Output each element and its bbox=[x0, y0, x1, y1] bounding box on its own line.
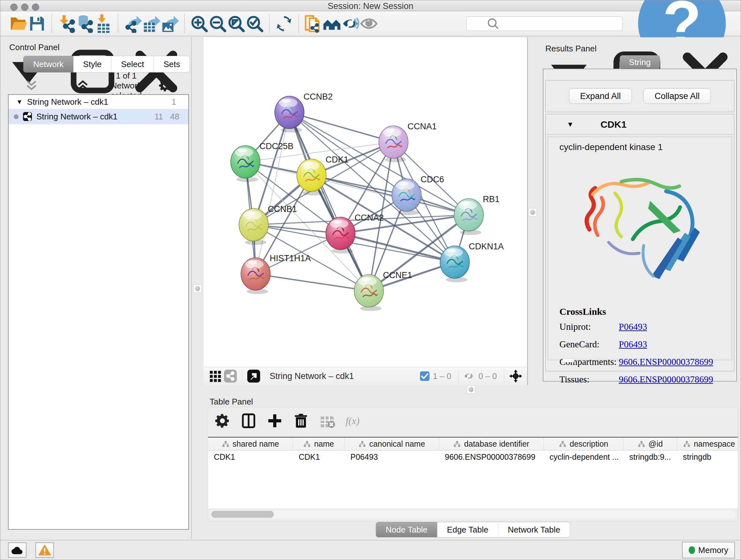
node-ccne1[interactable] bbox=[354, 274, 384, 311]
collapse-all-button[interactable]: Collapse All bbox=[643, 88, 711, 104]
results-hscroll-thumb[interactable] bbox=[562, 359, 574, 362]
tab-node-table[interactable]: Node Table bbox=[376, 522, 437, 537]
table-cell[interactable]: 9606.ENSP00000378699 bbox=[439, 450, 544, 464]
network-row-selected[interactable]: String Network – cdk1 11 48 bbox=[9, 109, 188, 124]
table-cell[interactable]: stringdb:9... bbox=[623, 450, 677, 464]
delete-column-button[interactable] bbox=[292, 412, 310, 429]
tab-network-table[interactable]: Network Table bbox=[498, 522, 570, 537]
column-header-database-identifier[interactable]: database identifier bbox=[439, 438, 544, 450]
node-ccna2[interactable] bbox=[326, 217, 355, 253]
zoom-selected-button[interactable] bbox=[246, 14, 264, 33]
edge-ccne1-hist1h1a[interactable] bbox=[256, 274, 369, 291]
warnings-button[interactable] bbox=[36, 543, 54, 558]
table-panel-title: Table Panel bbox=[210, 397, 253, 407]
node-table[interactable]: shared namenamecanonical namedatabase id… bbox=[208, 437, 738, 508]
zoom-fit-button[interactable] bbox=[227, 14, 246, 33]
column-header-shared-name[interactable]: shared name bbox=[208, 438, 293, 450]
crosslink-link[interactable]: P06493 bbox=[619, 321, 647, 332]
bird-eye-toggle-button[interactable] bbox=[360, 14, 378, 33]
network-canvas[interactable]: CCNB2CCNA1CDC25BCDK1CDC6RB1CCNB1CCNA2CDK… bbox=[204, 37, 528, 367]
entry-header[interactable]: ▼ CDK1 bbox=[546, 114, 734, 135]
table-cell[interactable]: P06493 bbox=[345, 450, 439, 464]
import-network-file-button[interactable] bbox=[57, 14, 76, 33]
node-hist1h1a[interactable] bbox=[241, 258, 270, 294]
table-row[interactable]: CDK1CDK1P064939606.ENSP00000378699cyclin… bbox=[208, 450, 738, 464]
table-cell[interactable]: cyclin-dependent ... bbox=[544, 450, 623, 464]
export-table-button[interactable] bbox=[142, 14, 160, 33]
table-hscroll-thumb[interactable] bbox=[211, 511, 274, 518]
right-splitter-handle[interactable] bbox=[529, 208, 537, 216]
network-grid-mode-button[interactable] bbox=[207, 369, 223, 383]
export-network-button[interactable] bbox=[124, 14, 142, 33]
collapse-all-networks-button[interactable] bbox=[8, 78, 55, 93]
selected-checkbox-icon[interactable] bbox=[420, 371, 429, 381]
left-splitter-handle[interactable] bbox=[193, 285, 202, 293]
node-ccnb1[interactable] bbox=[239, 208, 268, 245]
external-arrow-icon bbox=[246, 369, 261, 383]
bottom-splitter-handle[interactable] bbox=[467, 385, 475, 394]
tab-sets[interactable]: Sets bbox=[154, 56, 190, 72]
node-ccna1[interactable] bbox=[379, 126, 408, 162]
crosslink-link[interactable]: P06493 bbox=[619, 339, 647, 349]
network-options-gear-button[interactable] bbox=[142, 78, 189, 93]
node-rb1[interactable] bbox=[454, 199, 483, 235]
crosslink-link[interactable]: 9606.ENSP00000378699 bbox=[619, 374, 713, 384]
network-collection-row[interactable]: ▼ String Network – cdk1 1 bbox=[9, 95, 188, 109]
edge-ccne1-ccnb2[interactable] bbox=[289, 112, 369, 291]
node-cdc25b[interactable] bbox=[231, 145, 260, 182]
tab-string[interactable]: String bbox=[620, 55, 660, 69]
save-session-button[interactable] bbox=[28, 14, 46, 33]
string-network-graph[interactable]: CCNB2CCNA1CDC25BCDK1CDC6RB1CCNB1CCNA2CDK… bbox=[204, 37, 527, 366]
crosslink-row: Tissues:9606.ENSP00000378699 bbox=[559, 374, 713, 385]
edge-cdk1-rb1[interactable] bbox=[312, 175, 469, 215]
crosslink-row: GeneCard:P06493 bbox=[559, 339, 713, 350]
create-column-button[interactable] bbox=[266, 412, 283, 429]
table-cell[interactable]: stringdb bbox=[677, 450, 738, 464]
tab-style[interactable]: Style bbox=[73, 56, 111, 72]
expand-all-networks-button[interactable] bbox=[59, 78, 106, 93]
column-header-@id[interactable]: @id bbox=[623, 438, 677, 450]
houses-icon bbox=[323, 14, 341, 33]
network-share-button[interactable] bbox=[223, 369, 238, 383]
delete-table-button[interactable] bbox=[319, 412, 336, 429]
hidden-eye-slash-icon[interactable] bbox=[462, 371, 475, 381]
table-cell[interactable]: CDK1 bbox=[293, 450, 345, 464]
home-button[interactable] bbox=[323, 14, 341, 33]
collection-disclosure-icon[interactable]: ▼ bbox=[16, 98, 23, 106]
export-image-button[interactable] bbox=[160, 14, 179, 33]
node-ccnb2[interactable] bbox=[275, 96, 304, 132]
tab-edge-table[interactable]: Edge Table bbox=[437, 522, 498, 537]
column-header-canonical-name[interactable]: canonical name bbox=[345, 438, 439, 450]
table-hscrollbar[interactable] bbox=[210, 510, 736, 518]
zoom-in-button[interactable] bbox=[190, 14, 208, 33]
function-builder-button[interactable]: f(x) bbox=[345, 412, 362, 429]
detach-view-button[interactable] bbox=[246, 369, 261, 383]
pan-mode-button[interactable] bbox=[508, 369, 523, 383]
tab-network[interactable]: Network bbox=[23, 56, 73, 72]
node-cdkn1a[interactable] bbox=[440, 246, 469, 282]
entry-disclosure-icon[interactable]: ▼ bbox=[567, 120, 574, 129]
open-session-button[interactable] bbox=[9, 14, 28, 33]
results-panel: Results Panel String Expand All Collapse… bbox=[538, 37, 741, 394]
show-columns-button[interactable] bbox=[240, 412, 257, 429]
import-table-button[interactable] bbox=[94, 14, 113, 33]
column-header-name[interactable]: name bbox=[293, 438, 345, 450]
crosslink-link[interactable]: 9606.ENSP00000378699 bbox=[619, 357, 713, 367]
zoom-selected-icon bbox=[246, 14, 264, 33]
export-web-page-button[interactable] bbox=[304, 14, 323, 33]
search-input[interactable] bbox=[516, 17, 619, 30]
memory-button[interactable]: Memory bbox=[682, 542, 735, 558]
column-header-namespace[interactable]: namespace bbox=[677, 438, 738, 450]
tab-select[interactable]: Select bbox=[111, 56, 154, 72]
toggle-graphics-details-button[interactable] bbox=[341, 14, 360, 33]
expand-all-button[interactable]: Expand All bbox=[569, 88, 632, 104]
table-cell[interactable]: CDK1 bbox=[208, 450, 293, 464]
table-options-button[interactable] bbox=[214, 412, 231, 429]
edge-ccnb2-hist1h1a[interactable] bbox=[256, 112, 289, 274]
import-network-database-button[interactable] bbox=[76, 14, 94, 33]
edge-ccnb2-ccna1[interactable] bbox=[289, 112, 394, 142]
apply-layout-button[interactable] bbox=[275, 14, 293, 33]
cloud-status-button[interactable] bbox=[8, 543, 26, 558]
zoom-out-button[interactable] bbox=[208, 14, 227, 33]
column-header-description[interactable]: description bbox=[544, 438, 623, 450]
